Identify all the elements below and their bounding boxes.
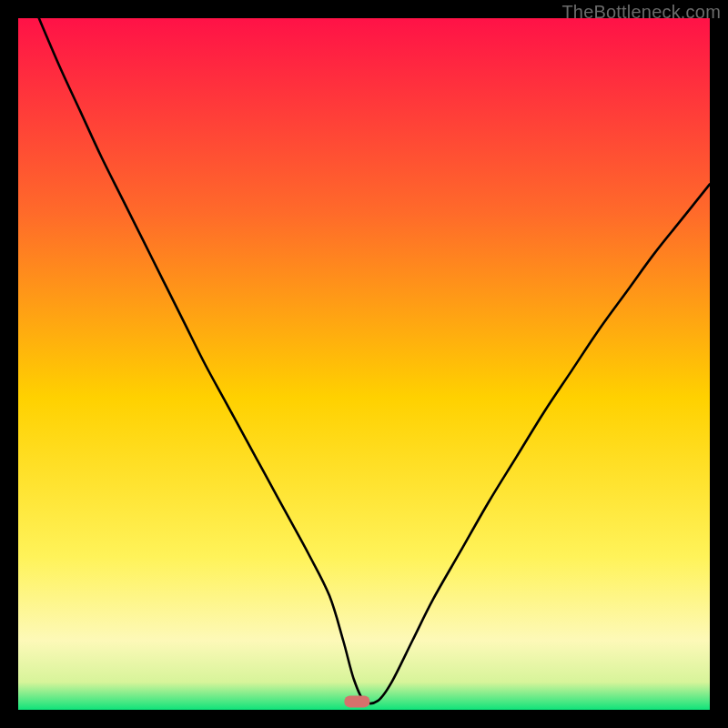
watermark-text: TheBottleneck.com: [561, 2, 721, 23]
chart-frame: TheBottleneck.com: [0, 0, 728, 728]
gradient-background: [18, 18, 710, 710]
optimum-marker: [344, 695, 369, 707]
chart-svg: [18, 18, 710, 710]
plot-area: [18, 18, 710, 710]
